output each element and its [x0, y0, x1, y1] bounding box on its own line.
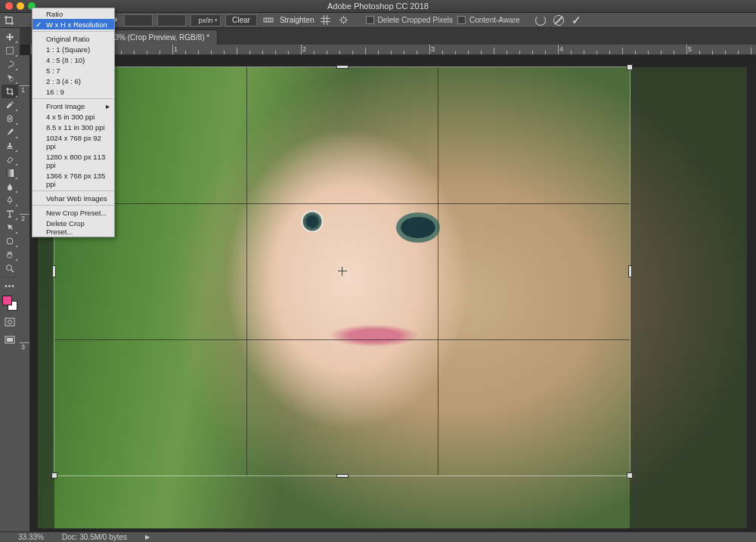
status-bar: 33.33% Doc: 30.5M/0 bytes ▶ [0, 531, 756, 542]
delete-cropped-checkbox[interactable] [366, 16, 374, 24]
crop-center-mark [338, 267, 347, 276]
toolbox: ••• [0, 28, 20, 531]
crop-handle-r[interactable] [628, 265, 632, 277]
svg-line-11 [11, 270, 14, 272]
brush-tool[interactable] [2, 125, 18, 139]
app-title: Adobe Photoshop CC 2018 [327, 2, 429, 11]
edit-toolbar-button[interactable]: ••• [2, 279, 18, 293]
preset-item[interactable]: 1280 x 800 px 113 ppi [33, 151, 114, 170]
marquee-tool[interactable] [2, 44, 18, 57]
preset-item[interactable]: Vehar Web Images [33, 193, 114, 203]
svg-rect-8 [6, 169, 14, 177]
type-tool[interactable] [2, 207, 18, 221]
content-aware-checkbox[interactable] [457, 16, 466, 24]
content-aware-label: Content-Aware [469, 16, 520, 24]
reset-crop-button[interactable] [534, 14, 547, 26]
hand-tool[interactable] [2, 248, 18, 262]
minimize-window-button[interactable] [17, 2, 24, 10]
preset-item[interactable]: 1 : 1 (Square) [33, 44, 114, 54]
preset-item[interactable]: Ratio [33, 8, 114, 19]
preset-item[interactable]: Front Image [33, 101, 114, 111]
preset-item[interactable]: 1024 x 768 px 92 ppi [33, 132, 114, 151]
zoom-level[interactable]: 33.33% [18, 533, 44, 541]
straighten-icon[interactable] [262, 14, 275, 26]
crop-handle-br[interactable] [627, 472, 633, 479]
document-tabs: xl-2015.jpg @ 33.3% (Crop Preview, RGB/8… [20, 28, 756, 45]
doc-info[interactable]: Doc: 30.5M/0 bytes [62, 533, 127, 541]
quick-mask-button[interactable] [2, 315, 18, 329]
foreground-color[interactable] [2, 296, 12, 305]
window-controls [0, 2, 36, 10]
height-input[interactable] [124, 14, 153, 26]
resolution-input[interactable] [157, 14, 186, 26]
preset-item[interactable]: Original Ratio [33, 33, 114, 44]
crop-tool-icon [3, 14, 15, 26]
crop-settings-button[interactable] [337, 14, 351, 26]
eraser-tool[interactable] [2, 153, 18, 166]
screen-mode-button[interactable] [2, 333, 18, 347]
crop-grid-line [54, 203, 630, 204]
path-select-tool[interactable] [2, 221, 18, 234]
crop-grid-line [54, 339, 630, 340]
lasso-tool[interactable] [2, 57, 18, 71]
preset-item[interactable]: 4 : 5 (8 : 10) [33, 54, 114, 65]
doc-info-arrow-icon[interactable]: ▶ [145, 534, 150, 540]
svg-point-10 [7, 265, 12, 271]
preset-item[interactable]: New Crop Preset... [33, 207, 114, 218]
zoom-tool[interactable] [2, 262, 18, 275]
toolbox-separator [3, 277, 17, 277]
stamp-tool[interactable] [2, 139, 18, 153]
delete-cropped-option[interactable]: Delete Cropped Pixels [366, 16, 454, 24]
overlay-grid-button[interactable] [319, 14, 333, 26]
crop-box[interactable] [54, 67, 630, 475]
quick-select-tool[interactable] [2, 71, 18, 85]
document-canvas[interactable] [38, 67, 747, 528]
svg-point-9 [7, 238, 13, 244]
preset-item[interactable]: 4 x 5 in 300 ppi [33, 111, 114, 122]
crop-handle-tr[interactable] [627, 64, 633, 70]
svg-point-13 [8, 321, 12, 324]
unit-label: px/in [198, 17, 212, 24]
svg-rect-12 [5, 318, 14, 326]
color-swatches[interactable] [2, 296, 17, 311]
gradient-tool[interactable] [2, 166, 18, 180]
cancel-crop-button[interactable] [552, 14, 565, 26]
preset-item[interactable]: W x H x Resolution [33, 19, 114, 29]
crop-grid-line [438, 67, 438, 475]
crop-handle-bl[interactable] [51, 472, 57, 479]
crop-grid-line [246, 67, 247, 475]
delete-cropped-label: Delete Cropped Pixels [378, 16, 454, 24]
crop-handle-b[interactable] [336, 474, 349, 478]
preset-item[interactable]: 5 : 7 [33, 65, 114, 76]
crop-tool[interactable] [2, 85, 18, 98]
preset-item[interactable]: 1366 x 768 px 135 ppi [33, 170, 114, 189]
svg-rect-15 [7, 338, 13, 342]
ruler-horizontal[interactable]: 012345 [30, 45, 756, 55]
ruler-vertical[interactable]: 123 [20, 55, 30, 531]
canvas-area[interactable]: xl-2015.jpg @ 33.3% (Crop Preview, RGB/8… [20, 28, 756, 531]
move-tool[interactable] [2, 30, 18, 44]
svg-rect-5 [7, 48, 14, 54]
crop-handle-l[interactable] [52, 265, 56, 277]
straighten-label: Straighten [280, 16, 314, 24]
content-aware-option[interactable]: Content-Aware [457, 16, 520, 24]
shape-tool[interactable] [2, 234, 18, 248]
crop-preset-dropdown[interactable]: RatioW x H x ResolutionOriginal Ratio1 :… [32, 8, 115, 237]
preset-item[interactable]: 8.5 x 11 in 300 ppi [33, 122, 114, 132]
healing-tool[interactable] [2, 112, 18, 125]
preset-item[interactable]: Delete Crop Preset... [33, 218, 114, 237]
crop-shield-right [630, 67, 747, 528]
eyedropper-tool[interactable] [2, 98, 18, 112]
clear-button[interactable]: Clear [225, 14, 257, 26]
preset-item[interactable]: 2 : 3 (4 : 6) [33, 76, 114, 86]
pen-tool[interactable] [2, 194, 18, 207]
blur-tool[interactable] [2, 180, 18, 194]
crop-handle-t[interactable] [336, 65, 349, 69]
close-window-button[interactable] [5, 2, 13, 10]
commit-crop-button[interactable]: ✓ [570, 14, 584, 26]
unit-select[interactable]: px/in [191, 14, 221, 26]
preset-item[interactable]: 16 : 9 [33, 86, 114, 97]
